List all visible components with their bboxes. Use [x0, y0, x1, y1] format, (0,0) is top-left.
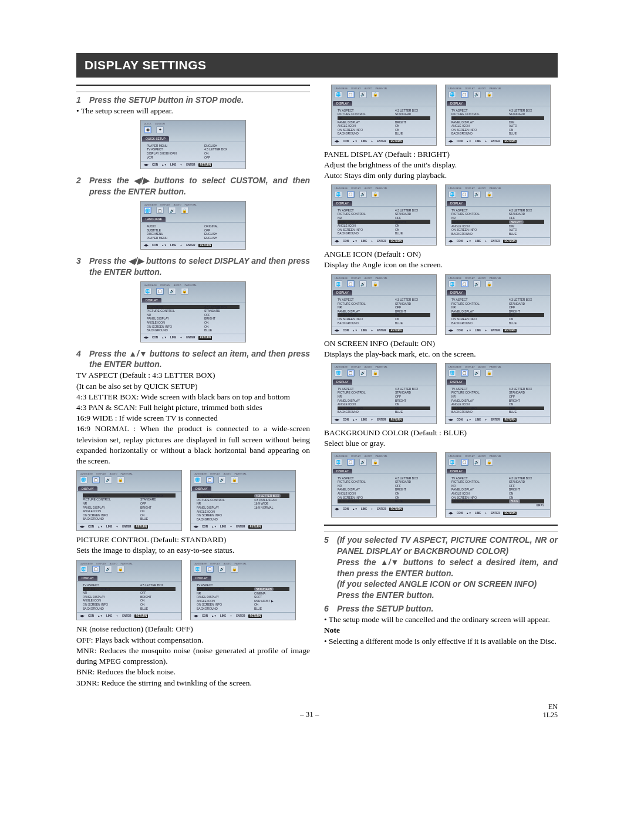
tv-icon: ▢	[156, 288, 164, 295]
osd-pc-b: LANGUAGEDISPLAYAUDIOPARENTAL 🌐▢🔊🔒 DISPLA…	[190, 560, 296, 621]
right-column: LANGUAGEDISPLAYAUDIOPARENTAL 🌐▢🔊🔒 DISPLA…	[324, 81, 558, 688]
disc-icon: ◉	[144, 126, 151, 133]
label-text: Auto: Stays dim only during playback.	[324, 171, 447, 180]
osd-value: ON	[204, 321, 240, 325]
osd-osi-a: LANGUAGEDISPLAYAUDIOPARENTAL 🌐▢🔊🔒 DISPLA…	[331, 363, 437, 424]
nr-block: NR (noise reduction) (Default: OFF) OFF:…	[76, 624, 310, 688]
label-text: Select blue or gray.	[324, 439, 385, 448]
speaker-icon: 🔊	[168, 288, 176, 295]
step-text: Press the ▲/▼ buttons to select an item,…	[89, 348, 310, 371]
osd-value: ENGLISH	[204, 144, 240, 148]
osd-footer: ◀▶CON ▲▼LINE ＋ENTER RETURN	[141, 334, 245, 340]
label-text: (It can be also set by QUICK SETUP)	[76, 382, 198, 391]
osd-panel-title: DISPLAY	[142, 298, 161, 303]
step-text: Press the SETUP button in STOP mode.	[89, 95, 310, 106]
osd-tab: QUICK	[144, 122, 151, 125]
page-footer: – 31 – EN 1L25	[76, 703, 558, 720]
step-6: 6 Press the SETUP button.	[324, 603, 558, 614]
osd-osi-b: LANGUAGEDISPLAYAUDIOPARENTAL 🌐▢🔊🔒 DISPLA…	[445, 363, 551, 424]
label-text: 4:3 LETTER BOX: Wide screen with black b…	[76, 392, 290, 401]
on-screen-info-block: ON SCREEN INFO (Default: ON) Displays th…	[324, 338, 558, 359]
osd-footer: ◀▶CON ▲▼LINE ＋ENTER RETURN	[141, 242, 245, 248]
osd-item: TV ASPECT	[147, 147, 204, 152]
step-number: 6	[324, 603, 337, 614]
label-text: Sets the image to display, to an easy-to…	[76, 546, 234, 555]
step-text: Press the ◀/▶ buttons to select DISPLAY …	[89, 256, 310, 278]
osd-nr-a: LANGUAGEDISPLAYAUDIOPARENTAL 🌐▢🔊🔒 DISPLA…	[331, 85, 437, 145]
left-right-arrow-icon: ◀/▶	[129, 256, 144, 267]
osd-item: PLAYER MENU	[147, 144, 204, 148]
step-text: Press the SETUP button.	[337, 603, 558, 614]
osd-item: PICTURE CONTROL	[147, 309, 204, 313]
osd-bg-b: LANGUAGEDISPLAYAUDIOPARENTAL 🌐▢🔊🔒 DISPLA…	[445, 452, 551, 518]
label-text: Adjust the brightness of the unit's disp…	[324, 160, 457, 169]
osd-bg-a: LANGUAGEDISPLAYAUDIOPARENTAL 🌐▢🔊🔒 DISPLA…	[331, 452, 437, 518]
osd-item: NR	[147, 313, 204, 317]
osd-value: STANDARD	[204, 309, 240, 313]
up-down-arrow-icon: ▲/▼	[129, 348, 147, 359]
picture-control-sub: Sets the image to display, to an easy-to…	[76, 545, 310, 556]
cancel-note: The setup mode will be cancelled and the…	[324, 614, 558, 625]
osd-item: DISPLAY SHOEHORN	[147, 152, 204, 156]
angle-icon-block: ANGLE ICON (Default : ON) Display the An…	[324, 249, 558, 270]
osd-panel-title: LANGUAGE	[142, 217, 166, 222]
step-number: 2	[76, 175, 89, 186]
tv-icon: ▢	[156, 207, 164, 214]
label-text: 4:3 PAN & SCAN: Full height picture, tri…	[76, 403, 262, 412]
osd-display: LANGUAGEDISPLAYAUDIOPARENTAL 🌐 ▢ 🔊 🔒 DIS…	[140, 281, 246, 342]
step-2: 2 Press the ◀/▶ buttons to select CUSTOM…	[76, 175, 310, 197]
step-number: 1	[76, 95, 89, 106]
step-4: 4 Press the ▲/▼ buttons to select an ite…	[76, 348, 310, 371]
footer-code: 1L25	[543, 711, 558, 719]
osd-language: LANGUAGEDISPLAYAUDIOPARENTAL 🌐 ▢ 🔊 🔒 LAN…	[140, 201, 246, 250]
step-number: 5	[324, 535, 337, 546]
divider	[76, 92, 310, 92]
label-text: MNR: Reduces the mosquito noise (noise g…	[76, 646, 310, 666]
globe-icon: 🌐	[144, 288, 151, 295]
osd-pc-a: LANGUAGEDISPLAYAUDIOPARENTAL 🌐▢🔊🔒 DISPLA…	[76, 560, 182, 621]
osd-item: BACKGROUND	[147, 328, 204, 332]
label-text: PICTURE CONTROL (Default: STANDARD)	[76, 535, 226, 544]
osd-value: ON	[204, 152, 240, 156]
label-text: OFF: Plays back without compensation.	[76, 636, 203, 644]
label-text: NR (noise reduction) (Default: OFF)	[76, 624, 193, 633]
osd-value: ORIGINAL	[204, 224, 240, 229]
step-1-body: The setup screen will appear.	[76, 106, 310, 116]
label-text: PANEL DISPLAY (Default : BRIGHT)	[324, 150, 450, 159]
osd-value: BLUE	[204, 328, 240, 332]
osd-value: ENGLISH	[204, 232, 240, 236]
divider	[324, 532, 558, 532]
osd-item: PLAYER MENU	[147, 236, 204, 240]
osd-value: OFF	[204, 155, 240, 159]
speaker-icon: 🔊	[168, 207, 176, 214]
left-right-arrow-icon: ◀/▶	[134, 175, 149, 186]
footer-lang: EN	[548, 703, 558, 711]
page-number: – 31 –	[300, 709, 319, 720]
label-text: 3DNR: Reduce the stirring and twinkling …	[76, 678, 252, 687]
divider	[76, 85, 310, 86]
osd-item: PANEL DISPLAY	[147, 317, 204, 321]
osd-tvaspect-b: LANGUAGEDISPLAYAUDIOPARENTAL 🌐▢🔊🔒 DISPLA…	[190, 470, 296, 531]
page-title: DISPLAY SETTINGS	[76, 53, 558, 78]
osd-tab: CUSTOM	[155, 122, 165, 125]
step-3: 3 Press the ◀/▶ buttons to select DISPLA…	[76, 256, 310, 278]
osd-item: ANGLE ICON	[147, 321, 204, 325]
step-number: 4	[76, 348, 89, 359]
osd-item: AUDIO	[147, 224, 204, 229]
step-text: Press the ◀/▶ buttons to select CUSTOM, …	[89, 175, 310, 197]
tv-aspect-block: TV ASPECT (Default : 4:3 LETTER BOX) (It…	[76, 370, 310, 466]
label-text: BNR: Reduces the block noise.	[76, 667, 176, 676]
label-text: BACKGROUND COLOR (Default : BLUE)	[324, 428, 467, 437]
label-text: Display the Angle icon on the screen.	[324, 260, 443, 269]
label-text: 16:9 NORMAL : When the product is connec…	[76, 424, 310, 465]
osd-item: DISC MENU	[147, 232, 204, 236]
osd-value: OFF	[204, 229, 240, 233]
divider	[324, 525, 558, 526]
step-number: 3	[76, 256, 89, 267]
lock-icon: 🔒	[181, 288, 188, 295]
lock-icon: 🔒	[181, 207, 188, 214]
osd-footer: ◀▶CON ▲▼LINE ＋ENTER RETURN	[141, 162, 245, 167]
label-text: The setup mode will be cancelled and the…	[329, 615, 550, 624]
page-title-text: DISPLAY SETTINGS	[85, 58, 207, 72]
picture-control-head: PICTURE CONTROL (Default: STANDARD)	[76, 535, 310, 545]
